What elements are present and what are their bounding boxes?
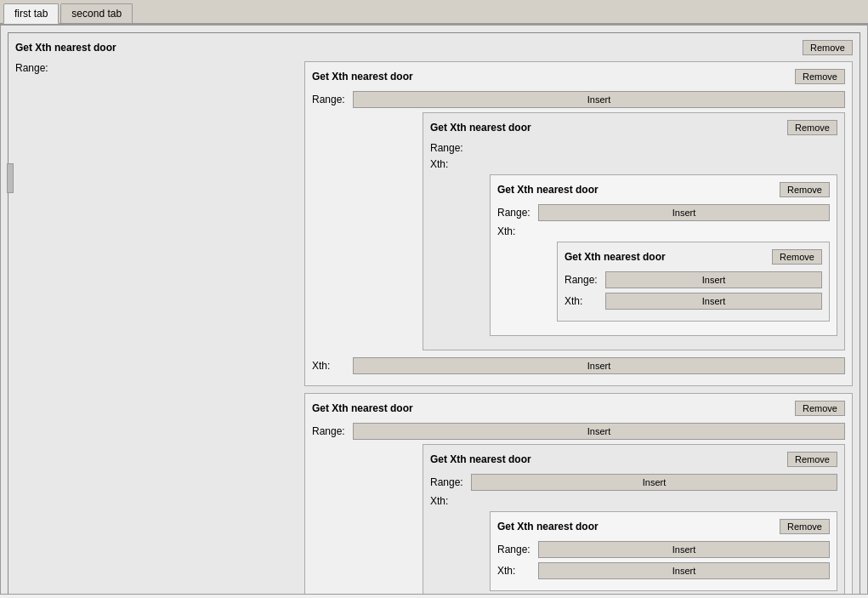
level2-top-xth-row: Xth: [430,158,837,170]
level2-bottom-header: Get Xth nearest door Remove [430,452,837,467]
level2-top-remove-button[interactable]: Remove [787,120,837,135]
level2-top-range-label: Range: [430,142,466,154]
level2-bottom-range-row: Range: Insert [430,474,837,491]
outer-range-label: Range: [15,62,51,74]
level4-title: Get Xth nearest door [564,251,666,263]
level4-xth-insert[interactable]: Insert [605,293,822,310]
tab-second[interactable]: second tab [60,3,133,23]
level3-bottom-title: Get Xth nearest door [497,521,599,533]
outer-panel-header: Get Xth nearest door Remove [15,40,853,55]
level3-bottom-xth-insert[interactable]: Insert [538,562,830,579]
level3-top-panel: Get Xth nearest door Remove Range: Inser… [490,174,837,336]
level1-top-header: Get Xth nearest door Remove [312,69,845,84]
level1-top-range-insert[interactable]: Insert [353,91,845,108]
level2-bottom-title: Get Xth nearest door [430,453,531,465]
level2-top-title: Get Xth nearest door [430,122,531,134]
level2-top-container: Get Xth nearest door Remove Range: Xth: [423,112,845,350]
level1-top-range-row: Range: Insert [312,91,845,108]
level4-xth-label: Xth: [564,295,600,307]
outer-remove-button[interactable]: Remove [803,40,853,55]
outer-panel: Get Xth nearest door Remove Range: Get X… [8,32,860,595]
outer-panel-title: Get Xth nearest door [15,42,116,54]
scroll-handle[interactable] [7,163,14,193]
level3-top-range-row: Range: Insert [497,204,830,221]
level2-bottom-panel: Get Xth nearest door Remove Range: Inser… [423,444,845,595]
level1-bottom-range-insert[interactable]: Insert [353,423,845,440]
level2-bottom-xth-label: Xth: [430,495,466,507]
level1-top-title: Get Xth nearest door [312,71,413,83]
level1-bottom-panel: Get Xth nearest door Remove Range: Inser… [304,393,853,595]
level4-range-insert[interactable]: Insert [605,271,822,288]
level4-container: Get Xth nearest door Remove Range: Inser… [557,242,830,322]
level3-bottom-panel: Get Xth nearest door Remove Range: Inser… [490,511,837,591]
level2-top-panel: Get Xth nearest door Remove Range: Xth: [423,112,845,350]
level1-bottom-title: Get Xth nearest door [312,402,413,414]
level3-bottom-range-row: Range: Insert [497,541,830,558]
level3-top-range-label: Range: [497,207,533,219]
level1-top-panel: Get Xth nearest door Remove Range: Inser… [304,61,853,386]
level2-bottom-container: Get Xth nearest door Remove Range: Inser… [423,444,845,595]
level3-top-remove-button[interactable]: Remove [780,182,830,197]
level2-bottom-range-insert[interactable]: Insert [471,474,837,491]
level1-top-range-label: Range: [312,94,348,105]
level3-bottom-xth-row: Xth: Insert [497,562,830,579]
level2-bottom-xth-row: Xth: [430,495,837,507]
level4-header: Get Xth nearest door Remove [564,249,822,265]
tab-first[interactable]: first tab [3,3,59,24]
level3-top-title: Get Xth nearest door [497,184,599,196]
level1-top-xth-label: Xth: [312,360,348,372]
level4-remove-button[interactable]: Remove [772,249,822,265]
level1-top-container: Get Xth nearest door Remove Range: Inser… [304,61,853,595]
level3-bottom-range-insert[interactable]: Insert [538,541,830,558]
level3-bottom-header: Get Xth nearest door Remove [497,519,830,534]
level2-bottom-range-label: Range: [430,476,466,488]
level2-top-range-row: Range: [430,142,837,154]
tab-bar: first tab second tab [0,0,868,25]
main-content: Get Xth nearest door Remove Range: Get X… [0,25,868,595]
level3-bottom-range-label: Range: [497,544,533,555]
level4-xth-row: Xth: Insert [564,293,822,310]
level2-bottom-remove-button[interactable]: Remove [787,452,837,467]
level1-bottom-range-row: Range: Insert [312,423,845,440]
level3-top-xth-label: Xth: [497,225,533,237]
level1-top-xth-row: Xth: Insert [312,357,845,374]
level1-bottom-header: Get Xth nearest door Remove [312,401,845,416]
level3-bottom-xth-label: Xth: [497,565,533,577]
level2-top-header: Get Xth nearest door Remove [430,120,837,135]
level1-top-xth-insert[interactable]: Insert [353,357,845,374]
level3-bottom-remove-button[interactable]: Remove [780,519,830,534]
level3-bottom-container: Get Xth nearest door Remove Range: Inser… [490,511,837,591]
level1-bottom-remove-button[interactable]: Remove [795,401,845,416]
level4-range-row: Range: Insert [564,271,822,288]
level2-top-xth-label: Xth: [430,158,466,170]
level3-top-xth-row: Xth: [497,225,830,237]
level1-bottom-range-label: Range: [312,425,348,437]
level3-top-header: Get Xth nearest door Remove [497,182,830,197]
level3-top-container: Get Xth nearest door Remove Range: Inser… [490,174,837,336]
level3-top-range-insert[interactable]: Insert [538,204,830,221]
level4-panel: Get Xth nearest door Remove Range: Inser… [557,242,830,322]
level1-top-remove-button[interactable]: Remove [795,69,845,84]
level4-range-label: Range: [564,274,600,286]
